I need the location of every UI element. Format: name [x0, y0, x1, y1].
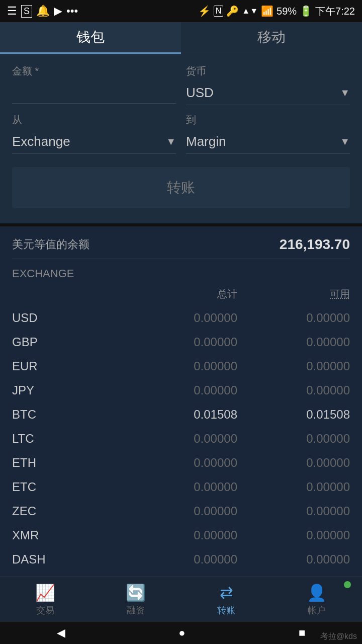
col-header-available: 可用 [237, 287, 350, 301]
currency-total: 0.00000 [125, 335, 237, 349]
signal-bars: 📶 [261, 5, 274, 17]
currency-label: 货币 [186, 64, 350, 78]
top-tab-bar: 钱包 移动 [0, 22, 362, 54]
table-row: LTC 0.00000 0.00000 [12, 427, 350, 451]
nav-item-account[interactable]: 👤 帐户 [272, 577, 362, 622]
form-row-amount-currency: 金额 * 货币 USD ▼ [12, 64, 350, 105]
transfer-nav-label: 转账 [217, 604, 235, 616]
transfer-button[interactable]: 转账 [12, 167, 350, 208]
exchange-rows-container: USD 0.00000 0.00000 GBP 0.00000 0.00000 … [12, 306, 350, 596]
to-group: 到 Margin ▼ [186, 113, 350, 154]
nfc-icon: N [214, 6, 224, 17]
amount-input[interactable] [12, 81, 176, 104]
from-select[interactable]: Exchange ▼ [12, 130, 176, 154]
currency-name: ETH [12, 456, 125, 470]
funding-label: 融资 [127, 604, 145, 616]
status-bar: ☰ S 🔔 ▶ ••• ⚡ N 🔑 ▲▼ 📶 59% 🔋 下午7:22 [0, 0, 362, 22]
currency-available: 0.01508 [237, 408, 350, 422]
trading-icon: 📈 [35, 583, 55, 602]
col-header-total: 总计 [125, 287, 237, 301]
amount-label: 金额 * [12, 64, 176, 78]
tab-move[interactable]: 移动 [181, 22, 362, 54]
notification-icon: 🔔 [36, 5, 50, 18]
table-row: BTC 0.01508 0.01508 [12, 403, 350, 427]
form-row-from-to: 从 Exchange ▼ 到 Margin ▼ [12, 113, 350, 154]
currency-name: EUR [12, 359, 125, 373]
more-icon: ••• [66, 5, 78, 18]
to-dropdown-arrow: ▼ [340, 136, 350, 147]
table-row: XMR 0.00000 0.00000 [12, 523, 350, 547]
currency-available: 0.00000 [237, 552, 350, 567]
currency-name: GBP [12, 335, 125, 349]
currency-value: USD [186, 85, 214, 101]
bluetooth-icon: ⚡ [198, 5, 211, 17]
currency-name: BTC [12, 408, 125, 422]
currency-name: ETC [12, 480, 125, 494]
battery-icon: 🔋 [300, 5, 312, 17]
from-label: 从 [12, 113, 176, 127]
to-select[interactable]: Margin ▼ [186, 130, 350, 154]
recents-button[interactable]: ■ [299, 626, 305, 639]
balance-label: 美元等值的余额 [12, 237, 89, 252]
table-row: JPY 0.00000 0.00000 [12, 378, 350, 403]
table-row: ETH 0.00000 0.00000 [12, 451, 350, 475]
battery-indicator: 59% [277, 6, 297, 17]
currency-total: 0.00000 [125, 480, 237, 494]
balance-section: 美元等值的余额 216,193.70 EXCHANGE 总计 可用 USD 0.… [0, 223, 362, 606]
table-row: USD 0.00000 0.00000 [12, 306, 350, 330]
to-value: Margin [186, 134, 226, 149]
table-row: ETC 0.00000 0.00000 [12, 475, 350, 499]
currency-available: 0.00000 [237, 432, 350, 446]
amount-group: 金额 * [12, 64, 176, 105]
currency-select[interactable]: USD ▼ [186, 81, 350, 105]
table-header: 总计 可用 [12, 287, 350, 301]
currency-available: 0.00000 [237, 311, 350, 325]
menu-icon: ☰ [7, 5, 17, 18]
back-button[interactable]: ◀ [57, 626, 65, 639]
exchange-section-title: EXCHANGE [12, 267, 350, 280]
currency-total: 0.00000 [125, 383, 237, 397]
from-dropdown-arrow: ▼ [166, 136, 176, 147]
currency-available: 0.00000 [237, 383, 350, 397]
nav-item-transfer[interactable]: ⇄ 转账 [181, 577, 272, 622]
system-bar: ◀ ● ■ 考拉@kds [0, 622, 362, 644]
transfer-icon: ⇄ [220, 583, 233, 602]
nav-item-trading[interactable]: 📈 交易 [0, 577, 90, 622]
table-row: GBP 0.00000 0.00000 [12, 330, 350, 354]
bottom-nav: 📈 交易 🔄 融资 ⇄ 转账 👤 帐户 [0, 577, 362, 622]
play-icon: ▶ [54, 5, 62, 18]
table-row: DASH 0.00000 0.00000 [12, 547, 350, 572]
status-left-icons: ☰ S 🔔 ▶ ••• [7, 5, 78, 18]
from-value: Exchange [12, 134, 70, 149]
account-label: 帐户 [308, 604, 326, 616]
currency-name: LTC [12, 432, 125, 446]
currency-name: USD [12, 311, 125, 325]
account-icon: 👤 [307, 583, 327, 602]
currency-total: 0.01508 [125, 408, 237, 422]
lte-icon: ▲▼ [242, 7, 258, 16]
currency-available: 0.00000 [237, 335, 350, 349]
currency-total: 0.00000 [125, 504, 237, 518]
table-row: EUR 0.00000 0.00000 [12, 354, 350, 378]
currency-available: 0.00000 [237, 359, 350, 373]
home-button[interactable]: ● [178, 626, 185, 639]
currency-name: ZEC [12, 504, 125, 518]
nav-item-funding[interactable]: 🔄 融资 [90, 577, 181, 622]
currency-available: 0.00000 [237, 480, 350, 494]
funding-icon: 🔄 [126, 583, 146, 602]
table-row: ZEC 0.00000 0.00000 [12, 499, 350, 523]
currency-total: 0.00000 [125, 432, 237, 446]
currency-group: 货币 USD ▼ [186, 64, 350, 105]
currency-available: 0.00000 [237, 528, 350, 542]
currency-available: 0.00000 [237, 456, 350, 470]
currency-dropdown-arrow: ▼ [340, 87, 350, 99]
watermark: 考拉@kds [320, 631, 357, 642]
key-icon: 🔑 [226, 5, 239, 17]
col-header-name [12, 287, 125, 301]
s-icon: S [21, 5, 32, 18]
currency-total: 0.00000 [125, 528, 237, 542]
from-group: 从 Exchange ▼ [12, 113, 176, 154]
tab-wallet[interactable]: 钱包 [0, 22, 181, 54]
transfer-form: 金额 * 货币 USD ▼ 从 Exchange ▼ [0, 54, 362, 223]
balance-value: 216,193.70 [280, 236, 350, 253]
